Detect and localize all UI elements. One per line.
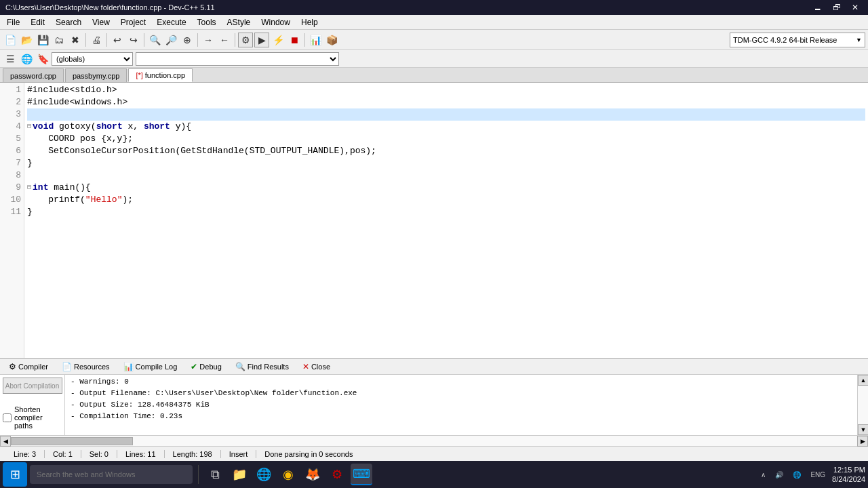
log-scrollbar: ▲ ▼ xyxy=(857,375,868,435)
browser-button[interactable]: 🌐 xyxy=(19,52,34,66)
fold-icon-4[interactable]: ⊟ xyxy=(27,121,31,133)
bookmark-button[interactable]: 🔖 xyxy=(35,52,50,66)
abort-panel: Abort Compilation Shorten compiler paths xyxy=(0,375,65,435)
find-results-icon: 🔍 xyxy=(235,362,245,371)
tab-password[interactable]: password.cpp xyxy=(3,68,64,82)
taskbar-right: ∧ 🔊 🌐 ENG 12:15 PM 8/24/2024 xyxy=(758,465,865,484)
toolbar-sep-5 xyxy=(235,33,235,47)
status-col: Col: 1 xyxy=(45,450,81,458)
scroll-right-arrow[interactable]: ▶ xyxy=(857,436,868,447)
tab-compile-log[interactable]: 📊 Compile Log xyxy=(117,360,184,373)
close-file-button[interactable]: ✖ xyxy=(68,33,83,47)
edge-icon[interactable]: 🌐 xyxy=(253,464,275,485)
compiler-selector[interactable]: TDM-GCC 4.9.2 64-bit Release ▼ xyxy=(730,33,865,47)
toolbar-sep-4 xyxy=(197,33,198,47)
find-button[interactable]: 🔍 xyxy=(147,33,162,47)
scroll-down-arrow[interactable]: ▼ xyxy=(858,424,868,435)
menu-execute[interactable]: Execute xyxy=(151,16,191,28)
find-scope-button[interactable]: ⊕ xyxy=(180,33,195,47)
compiler-tab-label: Compiler xyxy=(18,363,48,371)
bottom-content: Abort Compilation Shorten compiler paths… xyxy=(0,375,868,435)
scroll-left-arrow[interactable]: ◀ xyxy=(0,436,11,447)
volume-icon[interactable]: 🔊 xyxy=(772,470,786,480)
menu-tools[interactable]: Tools xyxy=(192,16,222,28)
tab-find-results[interactable]: 🔍 Find Results xyxy=(229,360,295,373)
scope-selector[interactable]: (globals) xyxy=(52,52,133,66)
unindent-button[interactable]: ← xyxy=(217,33,232,47)
firefox-icon[interactable]: 🦊 xyxy=(302,464,323,485)
menu-search[interactable]: Search xyxy=(50,16,87,28)
close-button[interactable]: ✕ xyxy=(848,1,863,14)
log-line-4: - Compilation Time: 0.23s xyxy=(71,411,852,422)
network-icon[interactable]: 🌐 xyxy=(790,470,804,480)
devcpp-icon[interactable]: ⚙ xyxy=(326,464,348,485)
compiler-arrow-icon: ▼ xyxy=(856,37,862,43)
menu-view[interactable]: View xyxy=(87,16,115,28)
print-button[interactable]: 🖨 xyxy=(89,33,104,47)
line-numbers: 1 2 3 4 5 6 7 8 9 10 11 xyxy=(0,83,24,358)
file-explorer-icon[interactable]: 📁 xyxy=(229,464,250,485)
tab-label: passbymy.cpp xyxy=(73,72,120,80)
menu-file[interactable]: File xyxy=(1,16,25,28)
stop-button[interactable]: ⏹ xyxy=(287,33,302,47)
code-line-8 xyxy=(27,169,865,182)
taskbar-search[interactable] xyxy=(30,465,193,484)
code-line-4: ⊟void gotoxy(short x, short y){ xyxy=(27,121,865,133)
menu-edit[interactable]: Edit xyxy=(25,16,50,28)
open-button[interactable]: 📂 xyxy=(19,33,34,47)
tab-close[interactable]: ✕ Close xyxy=(296,360,336,373)
save-all-button[interactable]: 🗂 xyxy=(52,33,66,47)
tab-compiler[interactable]: ⚙ Compiler xyxy=(3,360,54,373)
language-indicator[interactable]: ENG xyxy=(808,470,828,480)
bottom-tabs: ⚙ Compiler 📄 Resources 📊 Compile Log ✔ D… xyxy=(0,359,868,375)
compiler-tab-icon: ⚙ xyxy=(9,362,16,371)
h-scroll-thumb[interactable] xyxy=(11,437,133,445)
chart-button[interactable]: 📊 xyxy=(308,33,323,47)
scroll-up-arrow[interactable]: ▲ xyxy=(858,375,868,386)
fold-icon-9[interactable]: ⊟ xyxy=(27,182,31,194)
log-line-3: - Output Size: 128.46484375 KiB xyxy=(71,399,852,411)
system-clock[interactable]: 12:15 PM 8/24/2024 xyxy=(832,465,865,484)
shorten-paths-container: Shorten compiler paths xyxy=(3,405,62,432)
debug-tab-label: Debug xyxy=(199,363,221,371)
task-view-button[interactable]: ⧉ xyxy=(204,464,226,485)
compile-button[interactable]: ⚙ xyxy=(238,33,253,47)
sidebar-toggle-button[interactable]: ☰ xyxy=(3,52,18,66)
new-button[interactable]: 📄 xyxy=(3,33,18,47)
shorten-compiler-paths-checkbox[interactable] xyxy=(3,413,12,422)
replace-button[interactable]: 🔎 xyxy=(163,33,178,47)
code-line-5: COORD pos {x,y}; xyxy=(27,133,865,145)
menu-help[interactable]: Help xyxy=(296,16,323,28)
minimize-button[interactable]: 🗕 xyxy=(810,1,826,14)
redo-button[interactable]: ↪ xyxy=(126,33,141,47)
titlebar: C:\Users\User\Desktop\New folder\functio… xyxy=(0,0,868,15)
function-selector[interactable] xyxy=(136,52,339,66)
menu-astyle[interactable]: AStyle xyxy=(222,16,256,28)
chrome-icon[interactable]: ◉ xyxy=(277,464,299,485)
indent-button[interactable]: → xyxy=(201,33,216,47)
status-lines: Lines: 11 xyxy=(117,450,165,458)
menu-window[interactable]: Window xyxy=(256,16,296,28)
maximize-button[interactable]: 🗗 xyxy=(829,1,845,14)
tab-debug[interactable]: ✔ Debug xyxy=(184,360,227,373)
abort-compilation-button[interactable]: Abort Compilation xyxy=(3,378,62,394)
tab-resources[interactable]: 📄 Resources xyxy=(56,360,116,373)
package-button[interactable]: 📦 xyxy=(324,33,339,47)
tab-label: function.cpp xyxy=(145,71,185,79)
run-button[interactable]: ▶ xyxy=(254,33,269,47)
log-line-2: - Output Filename: C:\Users\User\Desktop… xyxy=(71,388,852,399)
compile-run-button[interactable]: ⚡ xyxy=(271,33,285,47)
active-app-icon[interactable]: ⌨ xyxy=(351,464,372,485)
tab-passbymy[interactable]: passbymy.cpp xyxy=(65,68,127,82)
undo-button[interactable]: ↩ xyxy=(110,33,125,47)
compile-log-output: - Warnings: 0 - Output Filename: C:\User… xyxy=(65,375,857,435)
h-scroll-track[interactable] xyxy=(11,436,857,446)
tab-function[interactable]: [*] function.cpp xyxy=(128,68,193,82)
scroll-track[interactable] xyxy=(858,386,868,424)
save-button[interactable]: 💾 xyxy=(35,33,50,47)
status-length: Length: 198 xyxy=(165,450,221,458)
code-editor[interactable]: #include<stdio.h> #include<windows.h> ⊟v… xyxy=(24,83,868,358)
show-hidden-icons[interactable]: ∧ xyxy=(758,470,768,480)
menu-project[interactable]: Project xyxy=(115,16,151,28)
start-button[interactable]: ⊞ xyxy=(3,462,27,487)
